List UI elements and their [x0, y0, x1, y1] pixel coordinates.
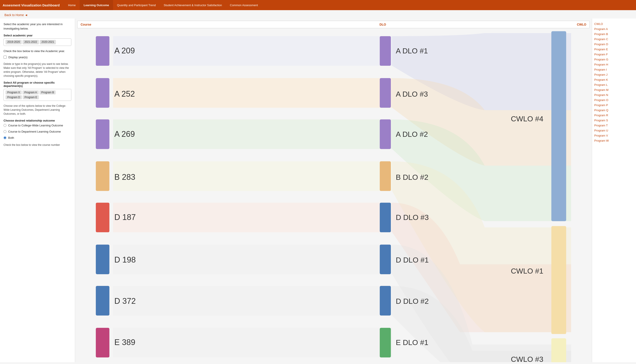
cwlo-item-19[interactable]: Program S	[594, 118, 634, 122]
radio-both[interactable]	[4, 136, 7, 139]
nav-home[interactable]: Home	[64, 0, 80, 10]
main-layout: Select the academic year you are interes…	[0, 18, 636, 362]
svg-text:D 187: D 187	[114, 213, 136, 222]
cwlo-item-1[interactable]: Program A	[594, 27, 634, 31]
relationship-label: Choose desired relationship outcome	[4, 119, 71, 122]
cwlo-item-0[interactable]: CWLO	[594, 22, 634, 26]
svg-text:D DLO #3: D DLO #3	[396, 213, 429, 222]
svg-text:B 283: B 283	[114, 172, 135, 182]
cwlo-item-9[interactable]: Program I	[594, 68, 634, 72]
sankey-viz-container: CWLO #4 CWLO #1 CWLO #3 A 209 A 252 A 26…	[77, 30, 590, 362]
svg-rect-14	[96, 203, 109, 232]
relationship-note: Choose one of the options below to view …	[4, 104, 71, 116]
program-tag-4[interactable]: Program E	[23, 95, 39, 99]
nav-common-assessment[interactable]: Common Assessment	[226, 0, 262, 10]
header-course: Course	[78, 21, 281, 28]
cwlo-item-16[interactable]: Program P	[594, 103, 634, 107]
svg-rect-16	[96, 245, 109, 274]
svg-text:D 372: D 372	[114, 296, 136, 306]
program-tag-2[interactable]: Program B	[40, 90, 56, 94]
radio-row-dlo: Course to Department Learning Outcome	[4, 130, 71, 134]
svg-text:CWLO #4: CWLO #4	[511, 115, 543, 123]
cwlo-item-23[interactable]: Program W	[594, 139, 634, 142]
program-select-label: Select All program or choose specific de…	[4, 81, 71, 88]
svg-text:A DLO #3: A DLO #3	[396, 90, 428, 98]
cwlo-item-20[interactable]: Program T	[594, 124, 634, 127]
year-tag-2[interactable]: 2020-2021	[40, 40, 56, 44]
cwlo-item-12[interactable]: Program L	[594, 83, 634, 87]
svg-text:D DLO #1: D DLO #1	[396, 256, 429, 264]
cwlo-item-5[interactable]: Program E	[594, 48, 634, 51]
year-tag-0[interactable]: 2019-2020	[6, 40, 22, 44]
nav-items: Home Learning Outcome Quantity and Parti…	[64, 0, 262, 10]
header-dlo: DLO	[281, 21, 485, 28]
svg-rect-10	[96, 119, 109, 149]
cwlo-item-7[interactable]: Program G	[594, 58, 634, 61]
svg-rect-4	[551, 338, 566, 362]
cwlo-item-22[interactable]: Program V	[594, 134, 634, 138]
year-tags-container[interactable]: 2019-2020 2021-2022 2020-2021	[4, 38, 71, 46]
radio-both-label: Both	[8, 136, 14, 140]
cwlo-item-15[interactable]: Program O	[594, 98, 634, 102]
svg-rect-20	[96, 328, 109, 358]
cwlo-item-11[interactable]: Program K	[594, 78, 634, 82]
display-year-row: Display year(s)	[4, 56, 71, 59]
radio-dlo[interactable]	[4, 130, 7, 133]
svg-rect-18	[96, 286, 109, 316]
cwlo-item-21[interactable]: Program U	[594, 128, 634, 132]
svg-text:E 389: E 389	[114, 338, 135, 347]
year-select-label: Select academic year	[4, 34, 71, 37]
svg-text:A 209: A 209	[114, 46, 135, 55]
cwlo-item-10[interactable]: Program J	[594, 73, 634, 76]
radio-group: Course to College-Wide Learning Outcome …	[4, 124, 71, 140]
year-tag-1[interactable]: 2021-2022	[23, 40, 39, 44]
cwlo-item-14[interactable]: Program N	[594, 93, 634, 97]
svg-text:A 252: A 252	[114, 89, 135, 98]
cwlo-item-3[interactable]: Program C	[594, 37, 634, 41]
sankey-header: Course DLO CWLO	[77, 21, 590, 28]
svg-rect-26	[380, 119, 391, 149]
svg-rect-0	[551, 31, 566, 221]
radio-cwlo[interactable]	[4, 124, 7, 127]
svg-rect-8	[96, 78, 109, 108]
svg-rect-2	[551, 226, 566, 334]
svg-text:D DLO #2: D DLO #2	[396, 297, 429, 305]
svg-text:B DLO #2: B DLO #2	[396, 173, 428, 181]
svg-text:D 198: D 198	[114, 255, 136, 264]
cwlo-item-6[interactable]: Program F	[594, 52, 634, 56]
nav-student-achievement[interactable]: Student Achievement & Instructor Satisfa…	[160, 0, 226, 10]
cwlo-item-17[interactable]: Program Q	[594, 108, 634, 112]
cwlo-item-8[interactable]: Program H	[594, 63, 634, 66]
nav-learning-outcome[interactable]: Learning Outcome	[80, 0, 113, 10]
navbar: Assesment Visualization Dashboard Home L…	[0, 0, 636, 10]
brand-title: Assesment Visualization Dashboard	[3, 3, 60, 7]
header-cwlo: CWLO	[485, 21, 589, 28]
display-year-label: Display year(s)	[9, 56, 28, 59]
program-tags-container[interactable]: Program X Program A Program B Program D …	[4, 89, 71, 101]
radio-cwlo-label: Course to College-Wide Learning Outcome	[8, 124, 63, 128]
cwlo-item-18[interactable]: Program R	[594, 114, 634, 117]
nav-quantity-trend[interactable]: Quantity and Participant Trend	[113, 0, 160, 10]
program-tag-1[interactable]: Program A	[23, 90, 39, 94]
cwlo-item-2[interactable]: Program B	[594, 32, 634, 36]
svg-rect-24	[380, 78, 391, 108]
cwlo-item-13[interactable]: Program M	[594, 88, 634, 92]
radio-row-both: Both	[4, 136, 71, 140]
radio-row-cwlo: Course to College-Wide Learning Outcome	[4, 124, 71, 128]
svg-rect-6	[96, 36, 109, 66]
svg-text:A 269: A 269	[114, 130, 135, 138]
cwlo-item-4[interactable]: Program D	[594, 42, 634, 46]
course-note: Check the box below to view the course n…	[4, 143, 71, 147]
display-year-checkbox[interactable]	[4, 56, 7, 59]
sidebar-section-text: Select the academic year you are interes…	[4, 22, 71, 31]
svg-text:A DLO #2: A DLO #2	[396, 130, 428, 138]
cwlo-right-sidebar: CWLOProgram AProgram BProgram CProgram D…	[592, 18, 636, 362]
back-to-home-link[interactable]: Back to Home ◄	[0, 10, 32, 18]
svg-text:A DLO #1: A DLO #1	[396, 47, 428, 55]
radio-dlo-label: Course to Department Learning Outcome	[8, 130, 61, 134]
program-tag-3[interactable]: Program D	[6, 95, 22, 99]
program-tag-0[interactable]: Program X	[6, 90, 22, 94]
svg-text:CWLO #3: CWLO #3	[511, 355, 543, 362]
svg-rect-28	[380, 161, 391, 191]
svg-text:E DLO #1: E DLO #1	[396, 338, 428, 346]
